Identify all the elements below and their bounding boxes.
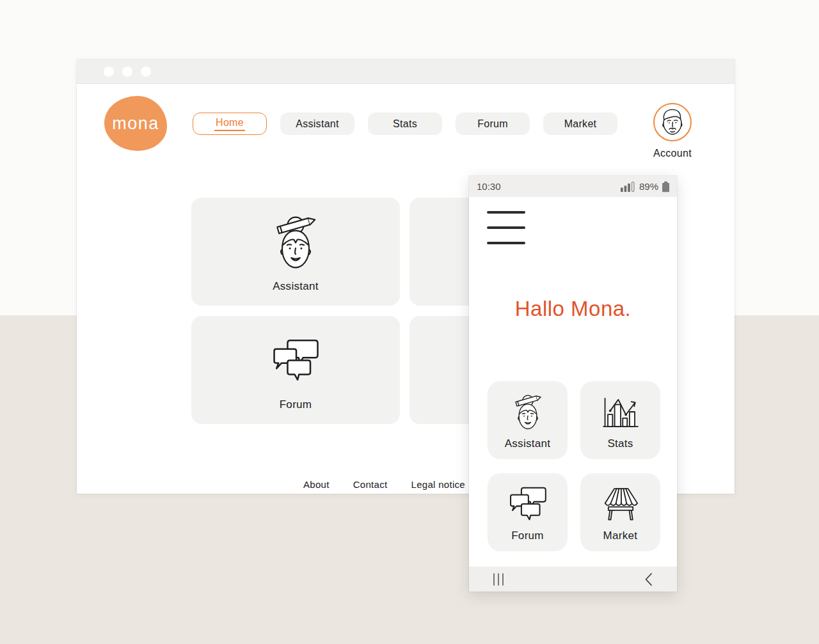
forum-bubbles-icon	[270, 338, 321, 382]
card-assistant-label: Assistant	[273, 280, 319, 306]
nav-forum-label: Forum	[477, 118, 508, 130]
browser-titlebar	[77, 59, 735, 84]
battery-icon	[662, 181, 670, 192]
nav-market-label: Market	[564, 118, 597, 130]
tile-market-label: Market	[603, 530, 638, 551]
nav-market-button[interactable]: Market	[543, 113, 617, 135]
tile-forum[interactable]: Forum	[488, 473, 568, 551]
forum-bubbles-icon	[507, 486, 548, 522]
phone-screen: 10:30 89% Hallo Mona. Assistant Stats	[469, 176, 677, 592]
account-button[interactable]: Account	[652, 103, 693, 159]
hamburger-menu-icon[interactable]	[487, 211, 525, 244]
phone-tile-grid: Assistant Stats Forum Market	[488, 381, 660, 551]
tile-market[interactable]: Market	[580, 473, 660, 551]
greeting-text: Hallo Mona.	[469, 297, 677, 321]
nav-home-label: Home	[214, 117, 245, 131]
card-forum-label: Forum	[280, 398, 312, 424]
tile-assistant-label: Assistant	[505, 437, 551, 459]
main-nav: Home Assistant Stats Forum Market	[193, 113, 617, 135]
nav-home-button[interactable]: Home	[193, 113, 267, 135]
battery-percent: 89%	[639, 181, 658, 192]
account-avatar	[653, 103, 692, 141]
assistant-face-icon	[269, 211, 322, 273]
stats-chart-icon	[601, 395, 640, 429]
back-chevron-icon[interactable]	[644, 572, 653, 586]
mona-logo-text: mona	[112, 114, 159, 134]
signal-bars-icon	[621, 182, 636, 192]
window-minimize-button[interactable]	[122, 67, 132, 77]
assistant-face-icon	[510, 391, 546, 432]
tile-assistant[interactable]: Assistant	[488, 381, 568, 459]
footer-links: About Contact Legal notice	[303, 479, 465, 490]
account-label: Account	[652, 148, 693, 159]
tile-stats[interactable]: Stats	[580, 381, 660, 459]
footer-about-link[interactable]: About	[303, 479, 330, 490]
card-forum[interactable]: Forum	[191, 316, 400, 424]
account-face-icon	[660, 107, 685, 137]
footer-legal-link[interactable]: Legal notice	[411, 479, 466, 490]
status-time: 10:30	[477, 181, 501, 192]
phone-status-bar: 10:30 89%	[469, 176, 677, 197]
phone-nav-bar	[469, 567, 677, 592]
footer-contact-link[interactable]: Contact	[353, 479, 388, 490]
tile-forum-label: Forum	[511, 530, 544, 551]
nav-assistant-label: Assistant	[296, 118, 339, 130]
nav-forum-button[interactable]: Forum	[456, 113, 530, 135]
tile-stats-label: Stats	[607, 437, 633, 459]
window-close-button[interactable]	[104, 67, 114, 77]
nav-stats-label: Stats	[393, 118, 417, 130]
mona-logo[interactable]: mona	[104, 96, 167, 151]
recents-icon[interactable]	[492, 572, 505, 586]
nav-stats-button[interactable]: Stats	[368, 113, 442, 135]
nav-assistant-button[interactable]: Assistant	[280, 113, 354, 135]
window-zoom-button[interactable]	[141, 67, 151, 77]
market-stall-icon	[601, 485, 640, 523]
card-assistant[interactable]: Assistant	[191, 198, 400, 306]
